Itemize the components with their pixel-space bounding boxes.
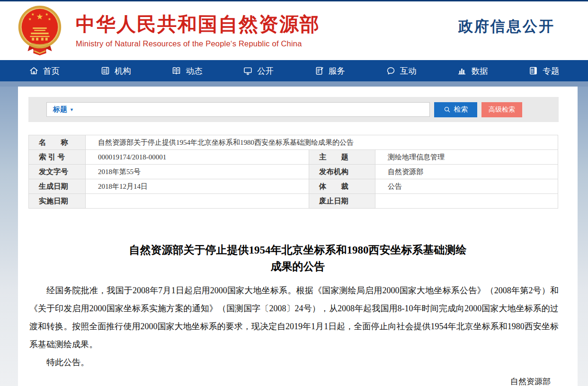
document-title: 自然资源部关于停止提供1954年北京坐标系和1980西安坐标系基础测绘 成果的公… xyxy=(18,242,578,275)
services-icon xyxy=(314,66,324,76)
search-button[interactable]: 检索 xyxy=(434,102,477,117)
advanced-search-button[interactable]: 高级检索 xyxy=(481,102,522,117)
nav-item-services[interactable]: 服务 xyxy=(294,60,365,81)
disclosure-icon xyxy=(243,66,253,76)
search-icon xyxy=(444,106,451,113)
search-input[interactable] xyxy=(74,103,429,116)
topics-icon xyxy=(528,66,538,76)
meta-value-doc-number: 2018年第55号 xyxy=(86,165,309,179)
meta-label-issuing-agency: 发布机构 xyxy=(309,165,375,179)
nav-substrip xyxy=(0,81,588,87)
document-signature: 自然资源部 2018年12月14日 xyxy=(18,374,551,386)
news-icon xyxy=(171,66,181,76)
site-header: ★ ★ ★ ★ ★ 中华人民共和国自然资源部 Ministry of Natur… xyxy=(0,1,588,60)
section-title: 政府信息公开 xyxy=(458,17,555,36)
nav-item-interaction[interactable]: 互动 xyxy=(365,60,437,81)
site-title-block: 中华人民共和国自然资源部 Ministry of Natural Resourc… xyxy=(76,13,320,48)
document-title-line1: 自然资源部关于停止提供1954年北京坐标系和1980西安坐标系基础测绘 xyxy=(18,242,578,258)
search-field-selector[interactable]: 标题 ▼ xyxy=(53,105,74,114)
meta-label-name: 名 称 xyxy=(29,135,86,150)
meta-value-name: 自然资源部关于停止提供1954年北京坐标系和1980西安坐标系基础测绘成果的公告 xyxy=(86,135,558,150)
nav-item-news[interactable]: 动态 xyxy=(151,60,223,81)
document-title-line2: 成果的公告 xyxy=(18,258,578,275)
nav-item-label: 公开 xyxy=(257,65,274,77)
metadata-table: 名 称 自然资源部关于停止提供1954年北京坐标系和1980西安坐标系基础测绘成… xyxy=(28,135,558,209)
nav-item-data[interactable]: 数据 xyxy=(437,60,508,81)
meta-value-index-number: 000019174/2018-00001 xyxy=(86,150,309,165)
organization-icon xyxy=(100,66,110,76)
national-emblem-logo: ★ ★ ★ ★ ★ xyxy=(16,5,63,57)
nav-item-disclosure[interactable]: 公开 xyxy=(223,60,294,81)
table-row: 实施日期 废止日期 xyxy=(29,194,558,209)
search-button-label: 检索 xyxy=(454,105,468,114)
table-row: 名 称 自然资源部关于停止提供1954年北京坐标系和1980西安坐标系基础测绘成… xyxy=(29,135,558,150)
document-body: 经国务院批准，我国于2008年7月1日起启用2000国家大地坐标系。根据《国家测… xyxy=(29,281,559,371)
nav-item-label: 首页 xyxy=(43,65,60,77)
nav-item-topics[interactable]: 专题 xyxy=(508,60,579,81)
meta-label-effective-date: 实施日期 xyxy=(29,194,86,209)
home-icon xyxy=(29,66,39,76)
meta-label-genre: 体 裁 xyxy=(309,179,375,194)
nav-item-label: 互动 xyxy=(400,65,417,77)
page-content: 标题 ▼ 检索 高级检索 名 称 自然资源部关于停止提供1954年北京坐标系和1… xyxy=(18,87,578,386)
signer-name: 自然资源部 xyxy=(18,374,551,386)
meta-value-issuing-agency: 自然资源部 xyxy=(375,165,558,179)
search-field-label: 标题 xyxy=(53,105,67,114)
table-row: 发文字号 2018年第55号 发布机构 自然资源部 xyxy=(29,165,558,179)
search-bar: 标题 ▼ 检索 高级检索 xyxy=(28,97,559,122)
nav-item-label: 服务 xyxy=(329,65,345,77)
meta-label-doc-number: 发文字号 xyxy=(29,165,86,179)
meta-value-creation-date: 2018年12月14日 xyxy=(86,179,309,194)
table-row: 索 引 号 000019174/2018-00001 主 题 测绘地理信息管理 xyxy=(29,150,558,165)
interaction-icon xyxy=(386,66,396,76)
meta-label-subject: 主 题 xyxy=(309,150,375,165)
main-nav: 首页 机构 动态 公开 服务 互动 数据 专题 xyxy=(0,60,588,81)
svg-text:★: ★ xyxy=(48,17,51,21)
chevron-down-icon: ▼ xyxy=(70,107,74,112)
nav-item-label: 动态 xyxy=(186,65,202,77)
data-icon xyxy=(457,66,467,76)
table-row: 生成日期 2018年12月14日 体 裁 公告 xyxy=(29,179,558,194)
nav-item-label: 专题 xyxy=(543,65,559,77)
meta-label-repeal-date: 废止日期 xyxy=(309,194,375,209)
search-box[interactable]: 标题 ▼ xyxy=(46,102,430,117)
meta-value-subject: 测绘地理信息管理 xyxy=(375,150,558,165)
svg-text:★: ★ xyxy=(28,17,32,21)
meta-value-effective-date xyxy=(86,194,309,209)
meta-label-creation-date: 生成日期 xyxy=(29,179,86,194)
document-closing: 特此公告。 xyxy=(29,353,559,371)
svg-text:★: ★ xyxy=(31,12,35,17)
site-subtitle: Ministry of Natural Resources of the Peo… xyxy=(76,39,320,48)
meta-value-repeal-date xyxy=(375,194,558,209)
site-title: 中华人民共和国自然资源部 xyxy=(76,13,320,35)
meta-value-genre: 公告 xyxy=(375,179,558,194)
svg-text:★: ★ xyxy=(45,12,48,17)
document-paragraph: 经国务院批准，我国于2008年7月1日起启用2000国家大地坐标系。根据《国家测… xyxy=(29,281,559,353)
nav-item-label: 数据 xyxy=(471,65,488,77)
meta-label-index-number: 索 引 号 xyxy=(29,150,86,165)
nav-item-label: 机构 xyxy=(115,65,131,77)
nav-item-organization[interactable]: 机构 xyxy=(80,60,151,81)
nav-item-home[interactable]: 首页 xyxy=(9,60,80,81)
svg-text:★: ★ xyxy=(36,12,44,21)
